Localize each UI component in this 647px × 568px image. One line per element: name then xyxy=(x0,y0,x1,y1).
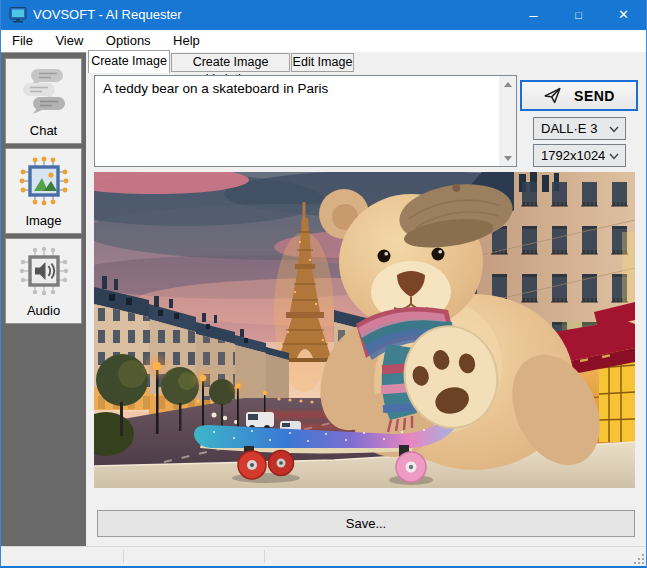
window-title: VOVSOFT - AI Requester xyxy=(33,0,182,30)
resize-grip[interactable] xyxy=(631,551,644,564)
sidebar-item-chat[interactable]: Chat xyxy=(5,58,82,144)
sidebar-item-chat-label: Chat xyxy=(30,123,57,138)
app-window: VOVSOFT - AI Requester – □ ✕ File View O… xyxy=(0,0,647,568)
chevron-down-icon xyxy=(609,126,619,133)
model-select[interactable]: DALL·E 3 xyxy=(533,117,626,140)
tab-create-image-variation[interactable]: Create Image Variation xyxy=(171,53,290,72)
scroll-down-arrow[interactable] xyxy=(499,150,516,166)
sidebar-item-image[interactable]: Image xyxy=(5,148,82,234)
save-button[interactable]: Save... xyxy=(97,510,635,537)
paper-plane-icon xyxy=(543,86,562,105)
chat-icon xyxy=(19,59,69,123)
menu-options[interactable]: Options xyxy=(97,30,160,52)
generated-image-preview xyxy=(94,172,635,488)
send-button[interactable]: SEND xyxy=(520,80,638,111)
menu-file[interactable]: File xyxy=(3,30,42,52)
prompt-scrollbar[interactable] xyxy=(499,76,516,166)
tab-create-image[interactable]: Create Image xyxy=(88,50,170,73)
sidebar: Chat xyxy=(1,52,86,548)
maximize-button[interactable]: □ xyxy=(556,0,601,30)
size-select[interactable]: 1792x1024 xyxy=(533,144,626,167)
model-select-value: DALL·E 3 xyxy=(541,121,597,136)
sidebar-item-audio-label: Audio xyxy=(27,303,60,318)
status-divider xyxy=(264,550,265,563)
chevron-down-icon xyxy=(609,153,619,160)
audio-ai-icon xyxy=(18,239,70,303)
scroll-up-arrow[interactable] xyxy=(499,76,516,92)
minimize-button[interactable]: – xyxy=(511,0,556,30)
menu-bar: File View Options Help xyxy=(1,30,646,52)
prompt-input[interactable]: A teddy bear on a skateboard in Paris xyxy=(94,75,517,167)
generated-image xyxy=(94,172,635,488)
title-bar[interactable]: VOVSOFT - AI Requester – □ ✕ xyxy=(1,0,646,30)
app-icon xyxy=(9,7,27,23)
sidebar-item-audio[interactable]: Audio xyxy=(5,238,82,324)
menu-help[interactable]: Help xyxy=(164,30,209,52)
menu-view[interactable]: View xyxy=(46,30,92,52)
close-button[interactable]: ✕ xyxy=(601,0,646,30)
size-select-value: 1792x1024 xyxy=(541,148,605,163)
image-ai-icon xyxy=(18,149,70,213)
status-divider xyxy=(123,550,124,563)
status-bar xyxy=(1,546,646,566)
sidebar-item-image-label: Image xyxy=(25,213,61,228)
tab-edit-image[interactable]: Edit Image xyxy=(291,53,354,72)
send-button-label: SEND xyxy=(574,88,615,104)
